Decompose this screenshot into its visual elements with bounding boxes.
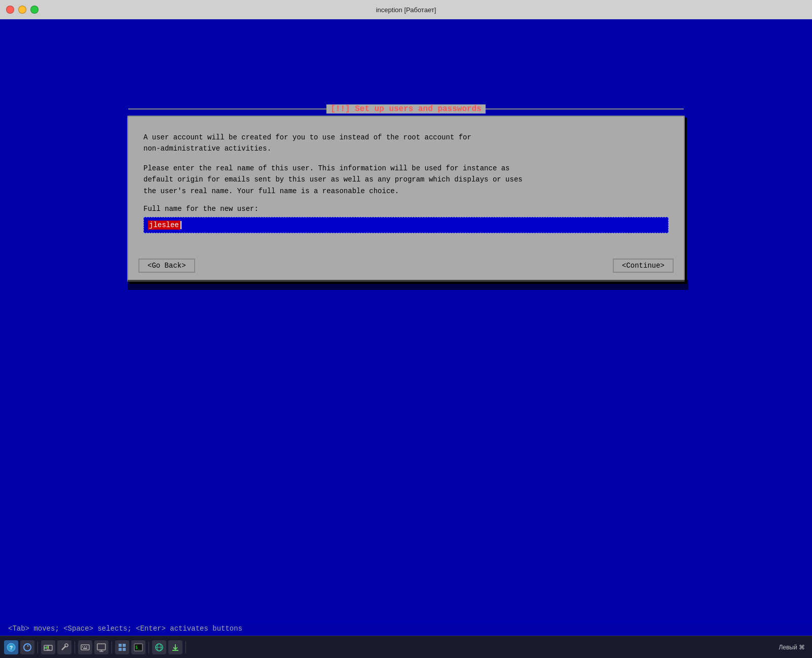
taskbar-icon-4[interactable] xyxy=(57,640,71,654)
taskbar-right: Левый ⌘ xyxy=(776,643,808,652)
dialog-inner: A user account will be created for you t… xyxy=(128,117,684,253)
status-bar: <Tab> moves; <Space> selects; <Enter> ac… xyxy=(0,621,812,636)
display-icon xyxy=(97,643,106,652)
globe-icon xyxy=(155,643,164,652)
svg-text:?: ? xyxy=(10,645,13,651)
maximize-button[interactable] xyxy=(30,6,39,14)
taskbar-sep-5 xyxy=(186,641,186,653)
svg-rect-12 xyxy=(84,646,85,647)
svg-rect-4 xyxy=(47,649,50,650)
window-controls[interactable] xyxy=(6,6,39,14)
taskbar-icon-9[interactable] xyxy=(152,640,166,654)
svg-rect-20 xyxy=(119,648,122,651)
question-icon: ? xyxy=(7,643,16,652)
taskbar-icon-6[interactable] xyxy=(94,640,108,654)
svg-point-9 xyxy=(65,644,68,647)
body-paragraph-1: A user account will be created for you t… xyxy=(143,132,669,155)
svg-rect-19 xyxy=(123,644,126,647)
fullname-input[interactable]: jleslee xyxy=(143,217,669,233)
dialog-body: A user account will be created for you t… xyxy=(143,132,669,197)
minimize-button[interactable] xyxy=(18,6,26,14)
taskbar-sep-4 xyxy=(149,641,149,653)
taskbar-icon-10[interactable] xyxy=(168,640,182,654)
taskbar-right-label: Левый ⌘ xyxy=(776,643,808,652)
input-selected-text: jleslee xyxy=(148,221,180,230)
close-button[interactable] xyxy=(6,6,14,14)
refresh-icon xyxy=(23,643,32,652)
input-wrapper: jleslee xyxy=(143,217,669,233)
dialog-buttons: <Go Back> <Continue> xyxy=(128,259,684,273)
svg-rect-18 xyxy=(119,644,122,647)
dialog-shadow xyxy=(128,280,688,290)
window-title: inception [Работает] xyxy=(376,6,436,14)
input-cursor xyxy=(180,221,181,229)
title-line-right xyxy=(486,108,684,109)
main-area: [!!] Set up users and passwords A user a… xyxy=(0,19,812,621)
svg-rect-21 xyxy=(123,648,126,651)
body-paragraph-2: Please enter the real name of this user.… xyxy=(143,163,669,197)
taskbar: ? xyxy=(0,636,812,658)
dialog-title: [!!] Set up users and passwords xyxy=(326,104,486,114)
svg-text:$_: $_ xyxy=(135,645,140,650)
network-icon xyxy=(44,643,53,652)
taskbar-sep-2 xyxy=(75,641,75,653)
taskbar-icon-3[interactable] xyxy=(41,640,55,654)
download-icon xyxy=(171,643,180,652)
titlebar: inception [Работает] xyxy=(0,0,812,19)
grid-icon xyxy=(118,643,127,652)
title-line-left xyxy=(128,108,326,109)
taskbar-icon-7[interactable] xyxy=(115,640,129,654)
taskbar-icon-8[interactable]: $_ xyxy=(131,640,145,654)
terminal-icon: $_ xyxy=(134,643,143,652)
taskbar-sep-3 xyxy=(112,641,112,653)
taskbar-icon-1[interactable]: ? xyxy=(4,640,18,654)
taskbar-icon-2[interactable] xyxy=(20,640,34,654)
dialog-title-bar: [!!] Set up users and passwords xyxy=(128,104,684,114)
wrench-icon xyxy=(60,643,69,652)
continue-button[interactable]: <Continue> xyxy=(613,259,674,273)
svg-rect-11 xyxy=(82,646,83,647)
taskbar-icon-5[interactable] xyxy=(78,640,92,654)
keyboard-icon xyxy=(81,643,90,652)
svg-rect-14 xyxy=(83,648,87,649)
setup-dialog: [!!] Set up users and passwords A user a… xyxy=(127,116,685,282)
svg-rect-10 xyxy=(81,645,89,650)
svg-rect-15 xyxy=(97,644,105,650)
svg-rect-13 xyxy=(86,646,87,647)
taskbar-sep-1 xyxy=(38,641,38,653)
status-text: <Tab> moves; <Space> selects; <Enter> ac… xyxy=(8,625,242,633)
field-label: Full name for the new user: xyxy=(143,205,669,213)
go-back-button[interactable]: <Go Back> xyxy=(138,259,195,273)
